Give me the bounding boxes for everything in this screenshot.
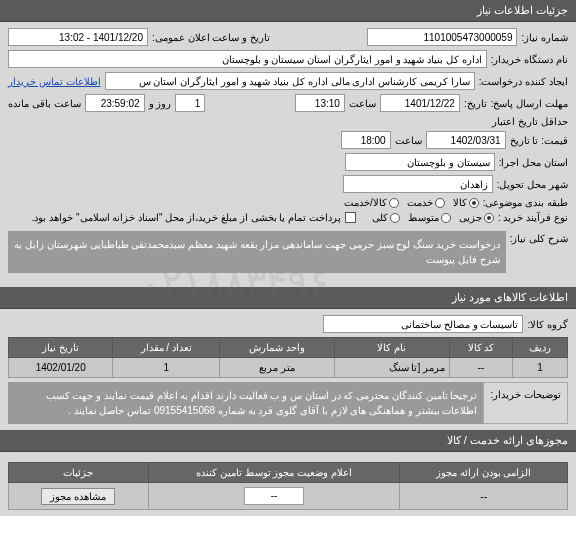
- subject-class-radios: کالا خدمت کالا/خدمت: [344, 197, 479, 208]
- goods-group-label: گروه کالا:: [527, 319, 568, 330]
- need-info-form: شماره نیاز: 1101005473000059 تاریخ و ساع…: [0, 22, 576, 287]
- th-details: جزئیات: [9, 463, 149, 483]
- time-label-2: ساعت: [395, 135, 422, 146]
- td-unit: متر مربع: [220, 358, 334, 378]
- section-goods-info: اطلاعات کالاهای مورد نیاز: [0, 287, 576, 309]
- purchase-type-radios: جزیی متوسط کلی: [372, 212, 494, 223]
- licenses-area: الزامی بودن ارائه مجوز اعلام وضعیت مجوز …: [0, 452, 576, 516]
- radio-goods[interactable]: کالا: [453, 197, 479, 208]
- section-need-info: جزئیات اطلاعات نیاز: [0, 0, 576, 22]
- history-label-1: تاریخ:: [464, 98, 487, 109]
- radio-service[interactable]: خدمت: [407, 197, 445, 208]
- delivery-city-label: شهر محل تحویل:: [497, 179, 568, 190]
- radio-total[interactable]: کلی: [372, 212, 400, 223]
- td-date: 1402/01/20: [9, 358, 113, 378]
- contact-buyer-link[interactable]: اطلاعات تماس خریدار: [8, 76, 101, 87]
- request-creator-value: سارا کریمی کارشناس اداری مالی اداره کل ب…: [105, 72, 475, 90]
- radio-icon: [441, 213, 451, 223]
- th-status: اعلام وضعیت مجوز توسط تامین کننده: [148, 463, 400, 483]
- td-qty: 1: [113, 358, 220, 378]
- need-number-label: شماره نیاز:: [521, 32, 568, 43]
- radio-icon: [435, 198, 445, 208]
- th-row: ردیف: [513, 338, 568, 358]
- price-until-label: قیمت: تا تاریخ: [510, 135, 568, 146]
- td-mandatory: --: [400, 483, 568, 510]
- exec-province-label: استان محل اجرا:: [499, 157, 568, 168]
- goods-group-value: تاسیسات و مصالح ساختمانی: [323, 315, 523, 333]
- radio-partial[interactable]: جزیی: [459, 212, 494, 223]
- request-creator-label: ایجاد کننده درخواست:: [479, 76, 568, 87]
- td-name: مرمر [تا سنگ: [334, 358, 449, 378]
- radio-goods-service-label: کالا/خدمت: [344, 197, 387, 208]
- buyer-notes-value: ترجیحا تامین کنندگان محترمی که در استان …: [8, 382, 483, 424]
- remaining-time-value: 23:59:02: [85, 94, 145, 112]
- radio-icon: [389, 198, 399, 208]
- goods-table: ردیف کد کالا نام کالا واحد شمارش تعداد /…: [8, 337, 568, 378]
- td-row: 1: [513, 358, 568, 378]
- radio-service-label: خدمت: [407, 197, 433, 208]
- purchase-note: پرداخت تمام یا بخشی از مبلغ خرید،از محل …: [32, 212, 341, 223]
- day-label: روز و: [149, 98, 172, 109]
- table-row: -- -- مشاهده مجوز: [9, 483, 568, 510]
- subject-class-label: طبقه بندی موضوعی:: [483, 197, 568, 208]
- need-number-value: 1101005473000059: [367, 28, 517, 46]
- th-name: نام کالا: [334, 338, 449, 358]
- table-row: 1 -- مرمر [تا سنگ متر مربع 1 1402/01/20: [9, 358, 568, 378]
- th-qty: تعداد / مقدار: [113, 338, 220, 358]
- credit-date-value: 1402/03/31: [426, 131, 506, 149]
- radio-goods-service[interactable]: کالا/خدمت: [344, 197, 399, 208]
- goods-info-area: گروه کالا: تاسیسات و مصالح ساختمانی ردیف…: [0, 309, 576, 430]
- delivery-city-value: زاهدان: [343, 175, 493, 193]
- remaining-label: ساعت باقی مانده: [8, 98, 81, 109]
- min-credit-label: حداقل تاریخ اعتبار: [492, 116, 568, 127]
- th-code: کد کالا: [450, 338, 513, 358]
- need-summary-label: شرح کلی نیاز:: [510, 227, 568, 244]
- buyer-notes-label: توضیحات خریدار:: [483, 382, 568, 424]
- buyer-org-label: نام دستگاه خریدار:: [491, 54, 568, 65]
- td-details: مشاهده مجوز: [9, 483, 149, 510]
- announce-date-value: 1401/12/20 - 13:02: [8, 28, 148, 46]
- exec-province-value: سیستان و بلوچستان: [345, 153, 495, 171]
- radio-medium[interactable]: متوسط: [408, 212, 451, 223]
- th-unit: واحد شمارش: [220, 338, 334, 358]
- credit-time-value: 18:00: [341, 131, 391, 149]
- radio-icon: [469, 198, 479, 208]
- need-summary-value: درخواست خرید سنگ لوح سبز حرمی جهت ساماند…: [8, 231, 506, 273]
- license-table: الزامی بودن ارائه مجوز اعلام وضعیت مجوز …: [8, 462, 568, 510]
- buyer-org-value: اداره کل بنیاد شهید و امور ایثارگران است…: [8, 50, 487, 68]
- radio-total-label: کلی: [372, 212, 388, 223]
- th-date: تاریخ نیاز: [9, 338, 113, 358]
- treasury-checkbox[interactable]: [345, 212, 356, 223]
- buyer-notes-row: توضیحات خریدار: ترجیحا تامین کنندگان محت…: [8, 382, 568, 424]
- radio-partial-label: جزیی: [459, 212, 482, 223]
- td-status: --: [148, 483, 400, 510]
- view-license-button[interactable]: مشاهده مجوز: [41, 488, 115, 505]
- purchase-type-label: نوع فرآیند خرید :: [498, 212, 568, 223]
- section-licenses: مجوزهای ارائه خدمت / کالا: [0, 430, 576, 452]
- radio-icon: [484, 213, 494, 223]
- td-code: --: [450, 358, 513, 378]
- time-label-1: ساعت: [349, 98, 376, 109]
- th-mandatory: الزامی بودن ارائه مجوز: [400, 463, 568, 483]
- remaining-days-value: 1: [175, 94, 205, 112]
- deadline-date-value: 1401/12/22: [380, 94, 460, 112]
- radio-icon: [390, 213, 400, 223]
- deadline-label: مهلت ارسال پاسخ:: [491, 98, 568, 109]
- radio-goods-label: کالا: [453, 197, 467, 208]
- announce-date-label: تاریخ و ساعت اعلان عمومی:: [152, 32, 270, 43]
- deadline-time-value: 13:10: [295, 94, 345, 112]
- radio-medium-label: متوسط: [408, 212, 439, 223]
